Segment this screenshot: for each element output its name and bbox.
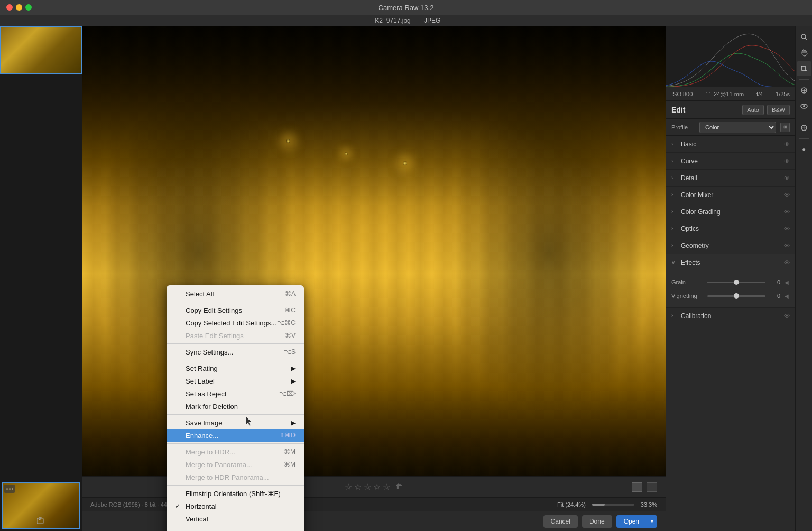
view-controls bbox=[632, 482, 657, 492]
panel-eye-optics[interactable]: 👁 bbox=[784, 226, 790, 232]
ctx-item-copy-edit[interactable]: Copy Edit Settings⌘C bbox=[167, 304, 304, 316]
shutter-value: 1/25s bbox=[776, 91, 790, 97]
panel-item-basic[interactable]: ›Basic👁 bbox=[666, 136, 795, 153]
ctx-item-sync-settings[interactable]: Sync Settings...⌥S bbox=[167, 346, 304, 358]
crop-tool[interactable] bbox=[797, 61, 811, 76]
ctx-label-merge-panorama: Merge to Panorama... bbox=[186, 461, 252, 469]
ctx-item-save-image[interactable]: Save Image▶ bbox=[167, 416, 304, 429]
panel-eye-curve[interactable]: 👁 bbox=[784, 158, 790, 164]
filmstrip bbox=[0, 26, 82, 531]
edit-header: Edit Auto B&W bbox=[666, 101, 795, 119]
star-1[interactable]: ☆ bbox=[345, 482, 352, 492]
star-5[interactable]: ☆ bbox=[383, 482, 390, 492]
panel-eye-geometry[interactable]: 👁 bbox=[784, 243, 790, 249]
ctx-item-merge-panorama: Merge to Panorama...⌘M bbox=[167, 458, 304, 471]
close-button[interactable] bbox=[6, 4, 13, 11]
grain-slider[interactable] bbox=[707, 282, 765, 283]
profile-select[interactable]: Color bbox=[699, 122, 776, 133]
panel-eye-detail[interactable]: 👁 bbox=[784, 175, 790, 181]
open-dropdown-button[interactable]: ▼ bbox=[647, 515, 657, 528]
ctx-item-merge-hdr-panorama: Merge to HDR Panorama... bbox=[167, 471, 304, 483]
ctx-label-mark-deletion: Mark for Deletion bbox=[186, 403, 238, 411]
panel-item-detail[interactable]: ›Detail👁 bbox=[666, 170, 795, 187]
ctx-item-horizontal[interactable]: ✓Horizontal bbox=[167, 500, 304, 513]
vignetting-slider[interactable] bbox=[707, 295, 765, 297]
profile-label: Profile bbox=[671, 124, 695, 131]
panel-eye-effects[interactable]: 👁 bbox=[784, 259, 790, 266]
ctx-item-paste-edit: Paste Edit Settings⌘V bbox=[167, 329, 304, 342]
maximize-button[interactable] bbox=[25, 4, 32, 11]
panel-eye-color-mixer[interactable]: 👁 bbox=[784, 192, 790, 198]
panel-label-effects: Effects bbox=[681, 259, 784, 266]
ctx-label-merge-hdr: Merge to HDR... bbox=[186, 448, 235, 456]
compare-view-button[interactable] bbox=[647, 482, 657, 492]
panel-item-effects[interactable]: ∨Effects👁 bbox=[666, 254, 795, 271]
ctx-shortcut-merge-panorama: ⌘M bbox=[284, 461, 296, 468]
ctx-item-enhance[interactable]: Enhance...⇧⌘D bbox=[167, 429, 304, 442]
vignetting-thumb bbox=[734, 293, 739, 299]
ctx-item-copy-selected[interactable]: Copy Selected Edit Settings...⌥⌘C bbox=[167, 316, 304, 329]
ctx-item-vertical[interactable]: Vertical bbox=[167, 513, 304, 525]
ctx-shortcut-copy-edit: ⌘C bbox=[284, 306, 296, 314]
redeye-tool[interactable] bbox=[797, 99, 811, 114]
zoom-fit: Fit (24.4%) bbox=[557, 501, 586, 508]
star-2[interactable]: ☆ bbox=[354, 482, 362, 492]
export-icon[interactable] bbox=[37, 516, 45, 524]
bw-button[interactable]: B&W bbox=[767, 105, 790, 115]
star-3[interactable]: ☆ bbox=[364, 482, 371, 492]
delete-icon[interactable]: 🗑 bbox=[395, 482, 403, 492]
vignetting-reset[interactable]: ◀ bbox=[785, 293, 790, 299]
image-area: Select All⌘ACopy Edit Settings⌘CCopy Sel… bbox=[82, 26, 666, 531]
stars-tool[interactable]: ✦ bbox=[797, 142, 811, 157]
ctx-shortcut-paste-edit: ⌘V bbox=[285, 332, 296, 339]
panel-label-curve: Curve bbox=[681, 157, 784, 165]
filmstrip-thumb-1[interactable] bbox=[0, 26, 82, 74]
panel-eye-calibration[interactable]: 👁 bbox=[784, 313, 790, 319]
app-title: Camera Raw 13.2 bbox=[379, 4, 434, 12]
panel-item-geometry[interactable]: ›Geometry👁 bbox=[666, 237, 795, 254]
auto-button[interactable]: Auto bbox=[742, 105, 764, 115]
ctx-item-filmstrip-orient[interactable]: Filmstrip Orientation (Shift-⌘F) bbox=[167, 487, 304, 500]
ctx-item-set-rating[interactable]: Set Rating▶ bbox=[167, 362, 304, 375]
cancel-button[interactable]: Cancel bbox=[543, 515, 578, 528]
ctx-item-mark-deletion[interactable]: Mark for Deletion bbox=[167, 400, 304, 413]
ctx-shortcut-merge-hdr: ⌘M bbox=[284, 448, 296, 455]
histogram-canvas bbox=[666, 26, 795, 87]
minimize-button[interactable] bbox=[16, 4, 22, 11]
heal-tool[interactable] bbox=[797, 83, 811, 98]
panel-item-optics[interactable]: ›Optics👁 bbox=[666, 220, 795, 237]
ctx-item-set-label[interactable]: Set Label▶ bbox=[167, 375, 304, 387]
panel-eye-color-grading[interactable]: 👁 bbox=[784, 209, 790, 215]
panel-item-curve[interactable]: ›Curve👁 bbox=[666, 153, 795, 170]
ctx-item-select-all[interactable]: Select All⌘A bbox=[167, 287, 304, 300]
panel-eye-basic[interactable]: 👁 bbox=[784, 141, 790, 147]
panel-item-color-mixer[interactable]: ›Color Mixer👁 bbox=[666, 187, 795, 203]
ctx-shortcut-sync-settings: ⌥S bbox=[284, 348, 296, 356]
grain-label: Grain bbox=[671, 279, 703, 285]
star-4[interactable]: ☆ bbox=[373, 482, 381, 492]
ctx-item-show-filenames[interactable]: Show Filenames bbox=[167, 529, 304, 531]
open-button[interactable]: Open bbox=[616, 515, 647, 528]
open-button-group: Open ▼ bbox=[616, 515, 657, 528]
profile-grid-button[interactable]: ⊞ bbox=[780, 123, 790, 132]
zoom-slider[interactable] bbox=[592, 504, 634, 506]
grain-slider-row: Grain 0 ◀ bbox=[671, 275, 790, 289]
edit-buttons: Auto B&W bbox=[742, 105, 790, 115]
ctx-arrow-set-label: ▶ bbox=[291, 378, 296, 385]
panel-chevron-effects: ∨ bbox=[671, 259, 677, 265]
ctx-item-set-reject[interactable]: Set as Reject⌥⌦ bbox=[167, 387, 304, 400]
single-view-button[interactable] bbox=[632, 482, 642, 492]
panel-item-color-grading[interactable]: ›Color Grading👁 bbox=[666, 203, 795, 220]
filmstrip-active-thumb[interactable] bbox=[2, 482, 80, 529]
grain-reset[interactable]: ◀ bbox=[785, 280, 790, 285]
ctx-label-paste-edit: Paste Edit Settings bbox=[186, 332, 244, 340]
vignetting-value: 0 bbox=[770, 293, 780, 299]
hand-tool[interactable] bbox=[797, 45, 811, 60]
masking-tool[interactable] bbox=[797, 120, 811, 135]
zoom-tool[interactable] bbox=[797, 30, 811, 44]
done-button[interactable]: Done bbox=[582, 515, 612, 528]
panel-list: ›Basic👁›Curve👁›Detail👁›Color Mixer👁›Colo… bbox=[666, 136, 795, 531]
context-menu: Select All⌘ACopy Edit Settings⌘CCopy Sel… bbox=[167, 285, 304, 531]
panel-item-calibration[interactable]: ›Calibration👁 bbox=[666, 308, 795, 324]
zoom-pct: 33.3% bbox=[641, 501, 657, 508]
